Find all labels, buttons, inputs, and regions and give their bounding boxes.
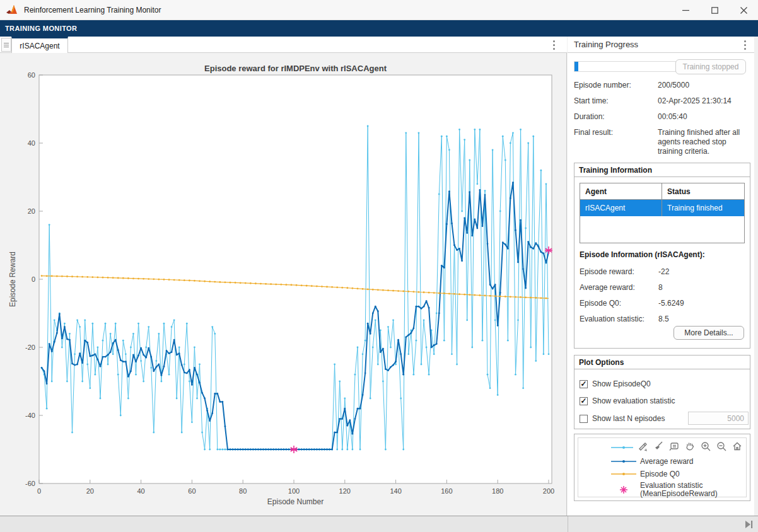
agents-table: Agent Status rISACAgent Training finishe… bbox=[580, 183, 745, 243]
legend-item-episode-q0: Episode Q0 bbox=[611, 470, 680, 478]
field-value: 02-Apr-2025 21:30:14 bbox=[658, 96, 748, 106]
panel-title: Training Progress bbox=[574, 40, 638, 49]
training-progress-panel: Training Progress Training stopped Episo… bbox=[568, 37, 754, 516]
n-episodes-input[interactable] bbox=[688, 412, 749, 425]
legend-item-average-reward: Average reward bbox=[611, 457, 694, 466]
minimize-button[interactable] bbox=[671, 0, 700, 20]
evaluation-statistic-marker-sample bbox=[611, 485, 636, 494]
x-tick-label: 80 bbox=[239, 487, 247, 495]
legend-label: Episode Q0 bbox=[640, 470, 680, 478]
panel-actions-kebab-icon[interactable] bbox=[740, 38, 749, 51]
x-tick-label: 160 bbox=[441, 487, 452, 495]
field-label: Episode Q0: bbox=[580, 299, 621, 308]
show-episodeq0-checkbox[interactable]: ✓ bbox=[580, 380, 588, 388]
show-episodeq0-option: ✓ Show EpisodeQ0 bbox=[580, 379, 651, 389]
horizontal-scrollbar[interactable] bbox=[0, 516, 758, 532]
x-tick-label: 0 bbox=[37, 487, 41, 495]
x-tick-label: 40 bbox=[137, 487, 144, 495]
average-reward-line-sample bbox=[611, 457, 636, 466]
zoom-in-icon[interactable] bbox=[699, 440, 712, 453]
window-edge-strip bbox=[754, 37, 758, 532]
datatips-icon[interactable] bbox=[667, 440, 680, 453]
show-evaluation-statistic-checkbox[interactable]: ✓ bbox=[580, 397, 588, 405]
training-information-section: Training Information Agent Status rISACA… bbox=[574, 163, 750, 349]
field-label: Episode number: bbox=[574, 81, 631, 90]
title-bar: Reinforcement Learning Training Monitor bbox=[0, 0, 758, 20]
window-title: Reinforcement Learning Training Monitor bbox=[24, 6, 161, 14]
pan-icon[interactable] bbox=[683, 440, 696, 453]
panel-header: Training Progress bbox=[568, 37, 754, 53]
y-tick-label: 0 bbox=[32, 275, 35, 283]
cell-agent: rISACAgent bbox=[580, 200, 662, 216]
y-axis-label: Episode Reward bbox=[8, 252, 17, 307]
chart-title: Episode reward for rIMDPEnv with rISACAg… bbox=[204, 64, 387, 73]
x-tick-label: 100 bbox=[288, 487, 300, 495]
legend-label: Evaluation statistic(MeanEpisodeReward) bbox=[640, 482, 718, 498]
field-label: Duration: bbox=[574, 112, 605, 122]
y-tick-label: 40 bbox=[28, 139, 35, 147]
axes-toolbar bbox=[633, 439, 743, 453]
col-header-status: Status bbox=[662, 183, 744, 199]
checkbox-label: Show EpisodeQ0 bbox=[592, 379, 651, 388]
plot-options-title: Plot Options bbox=[574, 356, 750, 369]
document-tab-bar: rISACAgent bbox=[0, 37, 567, 53]
table-row[interactable]: rISACAgent Training finished bbox=[580, 200, 744, 216]
document-drag-handle-icon[interactable] bbox=[1, 38, 11, 52]
episode-information-title: Episode Information (rISACAgent): bbox=[580, 250, 705, 259]
training-information-title: Training Information bbox=[574, 163, 750, 177]
show-last-n-episodes-checkbox[interactable] bbox=[580, 415, 588, 423]
tab-risacagent[interactable]: rISACAgent bbox=[11, 37, 68, 53]
matlab-logo-icon bbox=[6, 4, 19, 16]
maximize-button[interactable] bbox=[700, 0, 729, 20]
field-label: Start time: bbox=[574, 96, 609, 106]
field-value: 8.5 bbox=[658, 315, 669, 323]
training-progress-bar bbox=[574, 61, 676, 72]
legend-panel: Episode reward Average reward Episode Q0… bbox=[574, 434, 750, 501]
zoom-out-icon[interactable] bbox=[714, 440, 728, 453]
x-tick-label: 200 bbox=[543, 487, 554, 495]
field-label: Episode reward: bbox=[580, 267, 634, 276]
y-tick-label: -60 bbox=[25, 480, 35, 487]
field-value: 8 bbox=[658, 283, 663, 292]
x-tick-label: 140 bbox=[390, 487, 401, 495]
field-label: Average reward: bbox=[580, 283, 635, 292]
agents-table-header: Agent Status bbox=[580, 183, 744, 200]
field-value: Training finished after all agents reach… bbox=[658, 128, 748, 156]
more-details-button[interactable]: More Details... bbox=[673, 326, 744, 340]
y-tick-label: -40 bbox=[25, 412, 35, 419]
toolstrip-ribbon: TRAINING MONITOR bbox=[0, 20, 758, 37]
plot-options-section: Plot Options ✓ Show EpisodeQ0 ✓ Show eva… bbox=[574, 355, 750, 429]
training-stopped-button[interactable]: Training stopped bbox=[675, 59, 746, 74]
ribbon-tab-training-monitor[interactable]: TRAINING MONITOR bbox=[5, 25, 77, 32]
y-tick-label: 20 bbox=[28, 207, 35, 215]
progress-fill bbox=[574, 62, 578, 71]
legend-label: Average reward bbox=[640, 457, 694, 466]
y-tick-label: -20 bbox=[25, 344, 35, 351]
cell-status: Training finished bbox=[662, 200, 744, 216]
show-evaluation-statistic-option: ✓ Show evaluation statistic bbox=[580, 396, 675, 406]
home-icon[interactable] bbox=[730, 440, 743, 453]
checkbox-label: Show last N episodes bbox=[592, 414, 665, 423]
skip-to-end-icon[interactable] bbox=[745, 519, 754, 529]
x-tick-label: 60 bbox=[188, 487, 195, 495]
legend-axes: Episode reward Average reward Episode Q0… bbox=[578, 437, 747, 497]
field-value: 00:05:40 bbox=[658, 112, 748, 122]
episode-q0-line-sample bbox=[611, 470, 636, 478]
export-icon[interactable] bbox=[636, 440, 649, 453]
brush-icon[interactable] bbox=[651, 440, 665, 453]
field-label: Final result: bbox=[574, 128, 613, 137]
panel-divider bbox=[568, 516, 568, 532]
y-tick-label: 60 bbox=[28, 71, 35, 79]
legend-item-evaluation-statistic: Evaluation statistic(MeanEpisodeReward) bbox=[611, 481, 718, 499]
field-value: -22 bbox=[658, 267, 669, 276]
field-label: Evaluation statistic: bbox=[580, 315, 644, 323]
close-button[interactable] bbox=[729, 0, 758, 20]
x-tick-label: 180 bbox=[492, 487, 503, 495]
field-value: -5.6249 bbox=[658, 299, 684, 308]
x-axis-label: Episode Number bbox=[267, 497, 324, 506]
document-actions-kebab-icon[interactable] bbox=[549, 38, 558, 51]
app-window: { "window": { "title": "Reinforcement Le… bbox=[0, 0, 758, 532]
x-tick-label: 20 bbox=[86, 487, 94, 495]
show-last-n-episodes-option: Show last N episodes bbox=[580, 413, 665, 424]
field-value: 200/5000 bbox=[658, 81, 748, 90]
